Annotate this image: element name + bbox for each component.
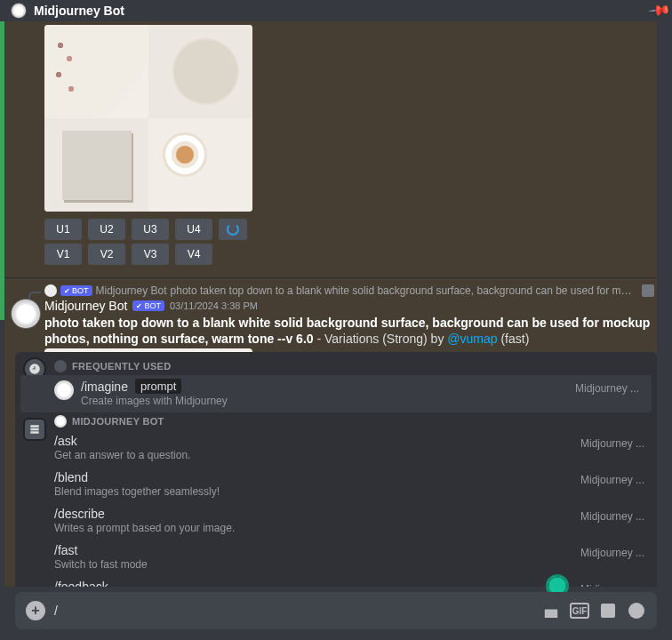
image-grid[interactable] (44, 25, 252, 212)
cmd-feedback-src: Midjourney ... (580, 583, 644, 587)
message-trail: (fast) (498, 332, 530, 346)
cmd-blend-name: /blend (54, 470, 88, 484)
u1-button[interactable]: U1 (44, 219, 82, 240)
cmd-blend-src: Midjourney ... (580, 474, 644, 486)
message-bot-tag: BOT (132, 300, 164, 311)
message-divider (0, 277, 656, 278)
reroll-button[interactable] (219, 219, 247, 240)
cmd-blend[interactable]: /blend Blend images together seamlessly!… (15, 467, 657, 503)
reply-text: photo taken top down to a blank white so… (171, 284, 633, 297)
bot-title: MIDJOURNEY BOT (72, 416, 164, 427)
header-title: Midjourney Bot (34, 4, 124, 18)
cmd-fast-src: Midjourney ... (580, 547, 644, 559)
cmd-feedback-name: /feedback (54, 580, 108, 587)
cmd-fast[interactable]: /fast Switch to fast mode Midjourney ... (15, 540, 657, 576)
image-quadrant-3 (44, 118, 148, 212)
header-avatar (11, 3, 27, 19)
cmd-fast-name: /fast (54, 543, 77, 557)
v1-button[interactable]: V1 (44, 244, 82, 265)
image-quadrant-4 (148, 118, 252, 212)
upscale-row: U1 U2 U3 U4 (44, 219, 247, 240)
reroll-icon (227, 223, 239, 236)
clock-icon (54, 360, 67, 372)
cmd-describe-desc: Writes a prompt based on your image. (54, 522, 644, 534)
reply-reference[interactable]: BOT Midjourney Bot photo taken top down … (44, 284, 654, 297)
pin-icon[interactable]: 📌 (647, 0, 672, 22)
reply-bot-tag: BOT (60, 285, 92, 296)
cmd-ask[interactable]: /ask Get an answer to a question. Midjou… (15, 430, 657, 467)
slash-command-popup: FREQUENTLY USED /imagine prompt Create i… (15, 352, 657, 587)
image-attachment-icon (642, 284, 654, 297)
cmd-describe-name: /describe (54, 507, 105, 521)
image-quadrant-1 (44, 25, 148, 118)
message-input-bar: / GIF (15, 592, 657, 629)
cmd-ask-desc: Get an answer to a question. (54, 449, 644, 461)
v4-button[interactable]: V4 (175, 244, 212, 265)
user-mention[interactable]: @vumap (447, 332, 497, 346)
cmd-imagine-param: prompt (135, 379, 181, 394)
reply-avatar (44, 284, 57, 297)
cmd-imagine-desc: Create images with Midjourney (54, 395, 639, 407)
attach-button[interactable] (26, 601, 45, 620)
gift-icon[interactable] (541, 603, 561, 619)
v3-button[interactable]: V3 (132, 244, 169, 265)
freq-section-header: FREQUENTLY USED (15, 357, 657, 375)
message-author[interactable]: Midjourney Bot (44, 299, 127, 313)
message-suffix: - Variations (Strong) by (314, 332, 448, 346)
emoji-icon[interactable] (627, 603, 646, 619)
v2-button[interactable]: V2 (88, 244, 125, 265)
u3-button[interactable]: U3 (132, 219, 169, 240)
u4-button[interactable]: U4 (175, 219, 212, 240)
cmd-imagine-name: /imagine (81, 380, 128, 394)
cmd-describe[interactable]: /describe Writes a prompt based on your … (15, 503, 657, 540)
cmd-describe-src: Midjourney ... (580, 510, 644, 523)
message-header: Midjourney Bot BOT 03/11/2024 3:38 PM (44, 299, 258, 313)
reply-author: Midjourney Bot (96, 284, 167, 297)
unread-indicator (0, 21, 4, 320)
input-icons: GIF (541, 603, 646, 619)
sticker-icon[interactable] (598, 603, 618, 619)
cmd-imagine-avatar (54, 380, 74, 400)
message-timestamp: 03/11/2024 3:38 PM (170, 300, 258, 311)
cmd-fast-desc: Switch to fast mode (54, 558, 644, 571)
variation-row: V1 V2 V3 V4 (44, 244, 212, 265)
image-quadrant-2 (148, 25, 252, 118)
midjourney-mini-icon (54, 415, 67, 428)
freq-title: FREQUENTLY USED (72, 361, 171, 372)
cmd-ask-name: /ask (54, 434, 77, 448)
message-input[interactable]: / (54, 604, 532, 618)
gif-icon[interactable]: GIF (570, 603, 589, 619)
cmd-imagine[interactable]: /imagine prompt Create images with Midjo… (20, 375, 652, 412)
bot-section-header: MIDJOURNEY BOT (15, 412, 657, 430)
cmd-blend-desc: Blend images together seamlessly! (54, 485, 644, 498)
cmd-ask-src: Midjourney ... (580, 437, 644, 450)
dm-header: Midjourney Bot 📌 (0, 0, 672, 21)
u2-button[interactable]: U2 (88, 219, 125, 240)
cmd-imagine-src: Midjourney ... (575, 382, 639, 395)
message-body: photo taken top down to a blank white so… (44, 315, 654, 347)
message-avatar[interactable] (11, 299, 41, 329)
